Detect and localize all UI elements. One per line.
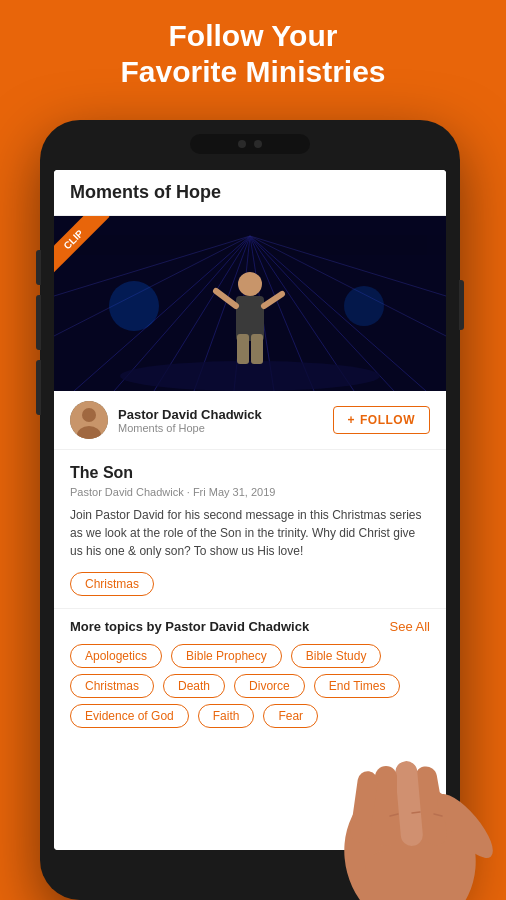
topics-label: More topics by Pastor David Chadwick bbox=[70, 619, 309, 634]
pastor-info: Pastor David Chadwick Moments of Hope bbox=[118, 407, 323, 434]
phone-top-bar bbox=[190, 134, 310, 154]
ministry-title: Moments of Hope bbox=[70, 182, 221, 202]
clip-badge-text: CLIP bbox=[54, 216, 109, 275]
tag-death[interactable]: Death bbox=[163, 674, 225, 698]
svg-rect-30 bbox=[375, 766, 397, 846]
camera-lens bbox=[254, 140, 262, 148]
follow-plus-icon: + bbox=[348, 413, 356, 427]
ministry-header: Moments of Hope bbox=[54, 170, 446, 216]
sermon-description: Join Pastor David for his second message… bbox=[70, 506, 430, 560]
sermon-meta: Pastor David Chadwick · Fri May 31, 2019 bbox=[70, 486, 430, 498]
follow-label: FOLLOW bbox=[360, 413, 415, 427]
follow-button[interactable]: + FOLLOW bbox=[333, 406, 431, 434]
svg-rect-33 bbox=[365, 851, 460, 900]
volume-up-button bbox=[36, 295, 41, 350]
pastor-row: Pastor David Chadwick Moments of Hope + … bbox=[54, 391, 446, 450]
tags-row-2: Christmas Death Divorce End Times bbox=[70, 672, 430, 700]
svg-point-17 bbox=[344, 286, 384, 326]
volume-down-button bbox=[36, 360, 41, 415]
topics-header: More topics by Pastor David Chadwick See… bbox=[54, 608, 446, 642]
app-header: Follow Your Favorite Ministries bbox=[0, 0, 506, 104]
see-all-button[interactable]: See All bbox=[390, 619, 430, 634]
svg-line-35 bbox=[412, 812, 420, 813]
sermon-tag[interactable]: Christmas bbox=[70, 572, 154, 596]
tag-divorce[interactable]: Divorce bbox=[234, 674, 305, 698]
tag-bible-prophecy[interactable]: Bible Prophecy bbox=[171, 644, 282, 668]
svg-point-25 bbox=[82, 408, 96, 422]
pastor-name: Pastor David Chadwick bbox=[118, 407, 323, 422]
svg-rect-21 bbox=[251, 334, 263, 364]
svg-point-18 bbox=[238, 272, 262, 296]
tag-bible-study[interactable]: Bible Study bbox=[291, 644, 382, 668]
hand-overlay bbox=[310, 706, 506, 900]
mute-button bbox=[36, 250, 41, 285]
header-line2: Favorite Ministries bbox=[120, 55, 385, 88]
tag-apologetics[interactable]: Apologetics bbox=[70, 644, 162, 668]
phone-device: Moments of Hope bbox=[40, 120, 460, 900]
tag-faith[interactable]: Faith bbox=[198, 704, 255, 728]
tag-christmas[interactable]: Christmas bbox=[70, 674, 154, 698]
pastor-ministry-label: Moments of Hope bbox=[118, 422, 323, 434]
clip-badge: CLIP bbox=[54, 216, 124, 286]
sermon-content: The Son Pastor David Chadwick · Fri May … bbox=[54, 450, 446, 608]
tags-row-1: Apologetics Bible Prophecy Bible Study bbox=[70, 642, 430, 670]
svg-rect-20 bbox=[237, 334, 249, 364]
video-thumbnail[interactable]: CLIP bbox=[54, 216, 446, 391]
camera-speaker bbox=[238, 140, 246, 148]
avatar bbox=[70, 401, 108, 439]
svg-point-16 bbox=[109, 281, 159, 331]
power-button bbox=[459, 280, 464, 330]
tag-end-times[interactable]: End Times bbox=[314, 674, 401, 698]
header-line1: Follow Your bbox=[169, 19, 338, 52]
sermon-title: The Son bbox=[70, 464, 430, 482]
svg-point-15 bbox=[120, 361, 380, 391]
tag-evidence-of-god[interactable]: Evidence of God bbox=[70, 704, 189, 728]
